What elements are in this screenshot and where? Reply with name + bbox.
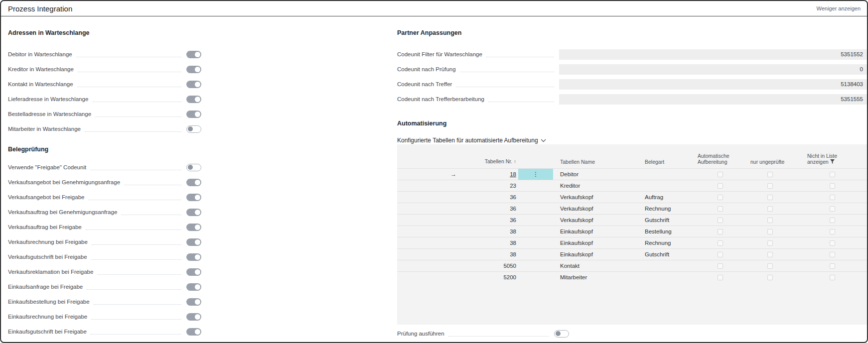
cell-tabellen-nr[interactable]: 38 [459,251,518,257]
cell-tabellen-nr[interactable]: 38 [459,229,518,234]
checkbox-auto-aufbereitung[interactable] [718,263,723,269]
cell-tabellen-name[interactable]: Einkaufskopf [553,229,640,234]
header-automatische-aufbereitung[interactable]: Automatische Aufbereitung [698,153,742,168]
codeunit-input[interactable]: 0 [559,64,867,75]
cell-tabellen-nr[interactable]: 23 [459,183,518,189]
toggle-switch[interactable] [186,194,201,201]
cell-tabellen-name[interactable]: Mitarbeiter [553,274,640,280]
toggle-switch[interactable] [186,96,201,103]
cell-belegart[interactable]: Gutschrift [640,251,698,257]
toggle-switch[interactable] [186,179,201,186]
cell-row-menu[interactable]: ⋮ [518,272,553,283]
toggle-switch[interactable] [186,111,201,118]
checkbox-nur-ungepruefte[interactable] [767,206,773,212]
checkbox-auto-aufbereitung[interactable] [718,275,723,280]
checkbox-nur-ungepruefte[interactable] [767,229,773,234]
cell-row-menu[interactable]: ⋮ [518,203,553,214]
cell-tabellen-name[interactable]: Einkaufskopf [553,240,640,246]
cell-tabellen-nr[interactable]: 5050 [459,263,518,269]
cell-row-menu[interactable]: ⋮ [518,215,553,226]
header-tabellen-nr[interactable]: Tabellen Nr. ↑ [459,158,518,168]
toggle-switch[interactable] [186,253,201,261]
cell-tabellen-name[interactable]: Einkaufskopf [553,251,640,257]
checkbox-auto-aufbereitung[interactable] [718,229,723,234]
checkbox-nur-ungepruefte[interactable] [767,240,773,246]
cell-tabellen-name[interactable]: Verkaufskopf [553,194,640,200]
checkbox-nicht-in-liste[interactable] [830,240,835,246]
toggle-switch[interactable] [186,51,201,58]
header-nicht-in-liste[interactable]: Nicht in Liste anzeigen [797,153,867,168]
cell-row-menu[interactable]: ⋮ [518,249,553,260]
toggle-switch[interactable] [186,313,201,321]
filter-icon[interactable] [830,159,835,165]
toggle-switch[interactable] [186,125,201,133]
checkbox-nicht-in-liste[interactable] [830,206,835,212]
cell-row-menu[interactable]: ⋮ [518,169,553,180]
cell-belegart[interactable]: Auftrag [640,194,698,200]
checkbox-auto-aufbereitung[interactable] [718,252,723,257]
toggle-label: Debitor in Warteschlange [8,51,72,57]
cell-tabellen-nr[interactable]: 5200 [459,274,518,280]
codeunit-input[interactable]: 5138403 [559,79,867,90]
checkbox-nicht-in-liste[interactable] [830,172,835,177]
cell-tabellen-nr[interactable]: 18 [459,171,518,177]
cell-tabellen-name[interactable]: Kreditor [553,183,640,189]
cell-row-menu[interactable]: ⋮ [518,180,553,191]
checkbox-auto-aufbereitung[interactable] [718,183,723,189]
cell-row-menu[interactable]: ⋮ [518,237,553,248]
toggle-switch[interactable] [186,224,201,231]
checkbox-nicht-in-liste[interactable] [830,275,835,280]
checkbox-nur-ungepruefte[interactable] [767,172,773,177]
checkbox-auto-aufbereitung[interactable] [718,195,723,200]
cell-tabellen-nr[interactable]: 36 [459,194,518,200]
cell-tabellen-nr[interactable]: 36 [459,206,518,212]
checkbox-nur-ungepruefte[interactable] [767,195,773,200]
checkbox-nur-ungepruefte[interactable] [767,275,773,280]
toggle-switch[interactable] [186,81,201,88]
checkbox-nicht-in-liste[interactable] [830,252,835,257]
checkbox-nicht-in-liste[interactable] [830,263,835,269]
codeunit-input[interactable]: 5351555 [559,94,867,105]
checkbox-nur-ungepruefte[interactable] [767,218,773,223]
checkbox-nicht-in-liste[interactable] [830,183,835,189]
cell-tabellen-nr[interactable]: 38 [459,240,518,246]
cell-tabellen-nr[interactable]: 36 [459,217,518,223]
checkbox-nicht-in-liste[interactable] [830,229,835,234]
checkbox-nur-ungepruefte[interactable] [767,252,773,257]
cell-tabellen-name[interactable]: Kontakt [553,263,640,269]
cell-row-menu[interactable]: ⋮ [518,226,553,237]
toggle-switch[interactable] [186,283,201,291]
toggle-switch[interactable] [186,238,201,246]
toggle-switch[interactable] [186,209,201,216]
cell-row-menu[interactable]: ⋮ [518,192,553,203]
cell-tabellen-name[interactable]: Verkaufskopf [553,217,640,223]
toggle-switch[interactable] [186,298,201,306]
cell-tabellen-name[interactable]: Verkaufskopf [553,206,640,212]
cell-belegart[interactable]: Rechnung [640,206,698,212]
toggle-switch[interactable] [186,268,201,276]
run-check-toggle[interactable] [554,330,569,338]
checkbox-auto-aufbereitung[interactable] [718,206,723,212]
cell-belegart[interactable]: Rechnung [640,240,698,246]
codeunit-input[interactable]: 5351552 [559,49,867,60]
checkbox-auto-aufbereitung[interactable] [718,240,723,246]
table-caption-dropdown[interactable]: Konfigurierte Tabellen für automatisiert… [397,136,867,144]
toggle-switch[interactable] [186,164,201,171]
header-nur-ungepruefte[interactable]: nur ungeprüfte [742,159,797,168]
cell-tabellen-name[interactable]: Debitor [553,171,640,177]
header-tabellen-name[interactable]: Tabellen Name [553,159,640,168]
cell-belegart[interactable]: Gutschrift [640,217,698,223]
checkbox-nur-ungepruefte[interactable] [767,183,773,189]
checkbox-nicht-in-liste[interactable] [830,195,835,200]
show-less-link[interactable]: Weniger anzeigen [817,5,861,11]
toggle-switch[interactable] [186,328,201,336]
checkbox-auto-aufbereitung[interactable] [718,172,723,177]
checkbox-nicht-in-liste[interactable] [830,218,835,223]
cell-row-menu[interactable]: ⋮ [518,260,553,271]
toggle-switch[interactable] [186,66,201,73]
checkbox-auto-aufbereitung[interactable] [718,218,723,223]
run-check-row: Prüfung ausführen [397,326,569,341]
header-belegart[interactable]: Belegart [640,159,698,168]
checkbox-nur-ungepruefte[interactable] [767,263,773,269]
cell-belegart[interactable]: Bestellung [640,229,698,234]
